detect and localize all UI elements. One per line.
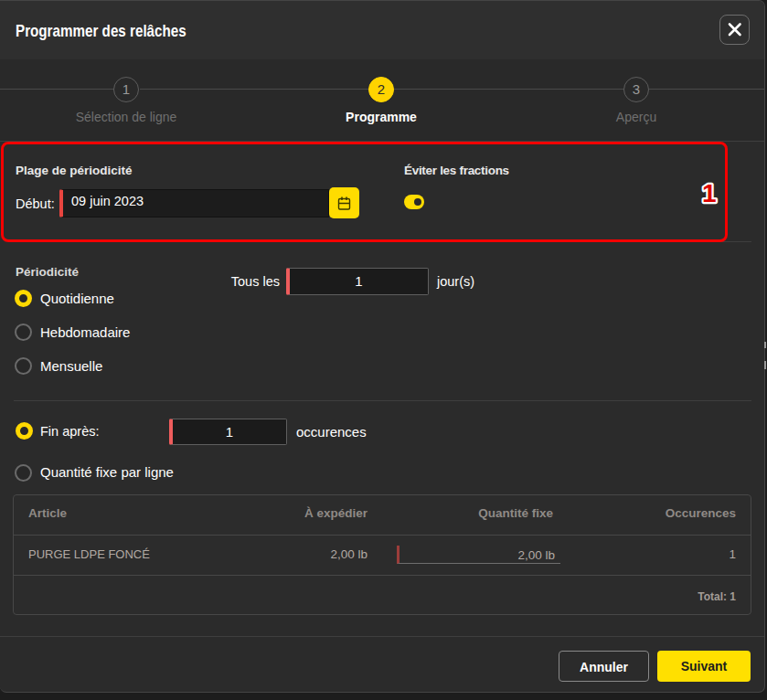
svg-text:1: 1 [702, 179, 717, 207]
